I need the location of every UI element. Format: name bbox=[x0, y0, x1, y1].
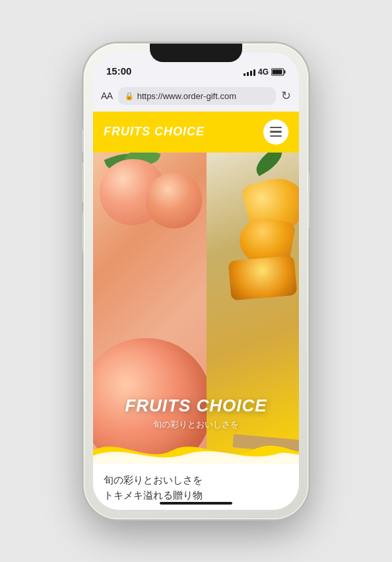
svg-rect-2 bbox=[273, 69, 282, 74]
peach-small-2 bbox=[146, 172, 202, 228]
site-logo: FRUITS CHOICE bbox=[104, 125, 205, 139]
signal-bars bbox=[244, 68, 255, 76]
menu-button[interactable] bbox=[263, 120, 288, 145]
mute-button bbox=[81, 129, 84, 153]
hero-images: FRUITS CHOICE 旬の彩りとおいしさを bbox=[93, 153, 299, 464]
hero-text-overlay: FRUITS CHOICE 旬の彩りとおいしさを bbox=[93, 396, 299, 431]
website-content: FRUITS CHOICE bbox=[93, 112, 299, 510]
network-type: 4G bbox=[258, 67, 269, 77]
battery-icon bbox=[271, 68, 286, 76]
bottom-text-line1: 旬の彩りとおいしさを bbox=[104, 474, 288, 487]
menu-line-1 bbox=[270, 127, 282, 129]
mango-piece-3 bbox=[228, 255, 298, 300]
refresh-button[interactable]: ↻ bbox=[281, 88, 291, 103]
url-bar[interactable]: 🔒 https://www.order-gift.com bbox=[118, 87, 276, 105]
lock-icon: 🔒 bbox=[125, 92, 134, 100]
menu-line-3 bbox=[270, 135, 282, 137]
signal-bar-1 bbox=[244, 73, 245, 76]
phone-shell: 15:00 4G bbox=[84, 44, 308, 519]
hero-subtitle: 旬の彩りとおいしさを bbox=[93, 419, 299, 431]
hero-section: FRUITS CHOICE 旬の彩りとおいしさを bbox=[93, 153, 299, 464]
volume-up-button bbox=[81, 162, 84, 202]
power-button bbox=[308, 172, 311, 228]
hero-wave bbox=[93, 437, 299, 464]
url-text: https://www.order-gift.com bbox=[137, 91, 236, 101]
volume-down-button bbox=[81, 212, 84, 252]
menu-line-2 bbox=[270, 131, 282, 133]
status-icons: 4G bbox=[244, 67, 286, 77]
signal-bar-4 bbox=[253, 69, 255, 76]
phone-screen: 15:00 4G bbox=[93, 53, 299, 510]
svg-rect-1 bbox=[284, 70, 286, 73]
font-size-control[interactable]: AA bbox=[101, 90, 113, 101]
notch bbox=[150, 44, 242, 62]
signal-bar-3 bbox=[250, 71, 252, 76]
status-time: 15:00 bbox=[106, 65, 244, 77]
hero-title: FRUITS CHOICE bbox=[93, 396, 299, 416]
browser-bar: AA 🔒 https://www.order-gift.com ↻ bbox=[93, 82, 299, 112]
nav-bar: FRUITS CHOICE bbox=[93, 112, 299, 153]
signal-bar-2 bbox=[247, 72, 249, 76]
mango-leaf bbox=[251, 153, 288, 176]
bottom-text-line2: トキメキ溢れる贈り物 bbox=[104, 489, 288, 502]
phone-wrapper: 15:00 4G bbox=[0, 0, 392, 562]
home-indicator bbox=[160, 502, 232, 505]
